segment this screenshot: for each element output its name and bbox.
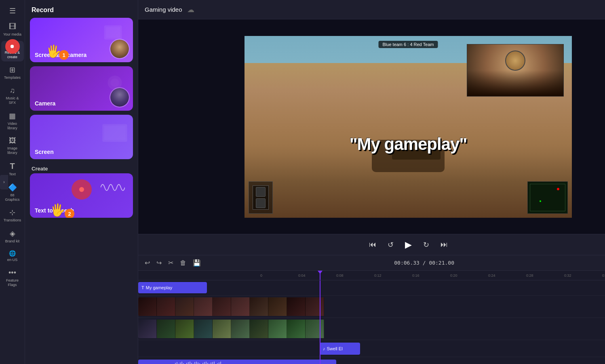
main-area: Gaming video ☁ ↑ Export ▾ Blue team 6 : … bbox=[138, 0, 605, 364]
timeline-content[interactable]: 0 0:04 0:08 0:12 0:16 0:20 0:24 0:28 0:3… bbox=[138, 271, 605, 364]
sidebar-item-image-library[interactable]: 🖼 Image library bbox=[1, 134, 24, 158]
preview-area: Blue team 6 : 4 Red Team "My gameplay" bbox=[138, 19, 605, 234]
sidebar-music-label: Music & SFX bbox=[3, 96, 22, 105]
video-thumb bbox=[231, 297, 250, 316]
sidebar-feature-label: Feature Flags bbox=[3, 278, 22, 287]
sidebar-templates-label: Templates bbox=[4, 76, 21, 80]
video-thumb bbox=[306, 320, 324, 338]
top-bar: Gaming video ☁ ↑ Export ▾ bbox=[138, 0, 605, 19]
sidebar-item-transitions[interactable]: ⊹ Transitions bbox=[1, 206, 24, 225]
scoreboard: Blue team 6 : 4 Red Team bbox=[379, 41, 438, 48]
timeline-ruler: 0 0:04 0:08 0:12 0:16 0:20 0:24 0:28 0:3… bbox=[138, 271, 605, 280]
video-strip-1[interactable] bbox=[138, 297, 336, 316]
time-separator: / bbox=[423, 260, 429, 266]
cut-button[interactable]: ✂ bbox=[167, 258, 175, 267]
ruler-mark-0: 0 bbox=[260, 274, 298, 278]
video-thumb bbox=[157, 320, 175, 338]
camera-thumb-1 bbox=[110, 39, 130, 59]
ruler-mark-20: 0:20 bbox=[450, 274, 488, 278]
undo-button[interactable]: ↩ bbox=[143, 258, 152, 267]
skip-forward-button[interactable]: ⏭ bbox=[439, 239, 449, 250]
text-clip-label: My gameplay bbox=[146, 285, 172, 290]
hyped-audio-clip[interactable]: ♪ All hyped up bbox=[138, 360, 336, 364]
video-thumb bbox=[194, 297, 213, 316]
video-thumb bbox=[287, 297, 306, 316]
ruler-mark-16: 0:16 bbox=[412, 274, 450, 278]
save-frame-button[interactable]: 💾 bbox=[191, 258, 202, 267]
cloud-save-icon: ☁ bbox=[187, 5, 194, 14]
ruler-mark-36: 0:36 bbox=[602, 274, 605, 278]
sidebar-item-your-media[interactable]: 🎞 Your media bbox=[1, 20, 24, 39]
video-thumb bbox=[287, 320, 306, 338]
video-thumb bbox=[231, 320, 250, 338]
camera-card[interactable]: Camera bbox=[30, 66, 133, 111]
cursor-hand-2: 🖐 bbox=[50, 203, 65, 217]
tts-icon bbox=[72, 179, 92, 200]
controls-bar: ⏮ ↺ ▶ ↻ ⏭ ⛶ bbox=[138, 234, 605, 255]
timeline-area: ↩ ↪ ✂ 🗑 💾 00:06.33 / 00:21.00 − + ⤢ 0 bbox=[138, 255, 605, 364]
video-frame: Blue team 6 : 4 Red Team "My gameplay" bbox=[245, 36, 572, 218]
video-thumb bbox=[213, 320, 231, 338]
text-track: T My gameplay bbox=[138, 280, 605, 296]
panel-collapse-arrow[interactable]: › bbox=[0, 175, 8, 189]
text-to-speech-card[interactable]: Text to speech 🖐 2 bbox=[30, 173, 133, 218]
sidebar-item-templates[interactable]: ⊞ Templates bbox=[1, 63, 24, 82]
video-thumb bbox=[213, 297, 231, 316]
tts-wave bbox=[101, 179, 125, 196]
step-bubble-1: 1 bbox=[59, 50, 69, 60]
playhead-ruler bbox=[320, 271, 320, 280]
sidebar-item-label: Your media bbox=[3, 32, 21, 37]
forward-button[interactable]: ↻ bbox=[422, 239, 431, 251]
media-icon: 🎞 bbox=[9, 23, 16, 31]
language-icon: 🌐 bbox=[9, 250, 16, 257]
ruler-marks: 0 0:04 0:08 0:12 0:16 0:20 0:24 0:28 0:3… bbox=[260, 274, 605, 278]
sidebar-item-music[interactable]: ♫ Music & SFX bbox=[1, 84, 24, 107]
record-header: Record bbox=[25, 0, 138, 18]
card-decoration-screen bbox=[101, 119, 129, 147]
ruler-mark-28: 0:28 bbox=[526, 274, 564, 278]
screen-and-camera-card[interactable]: Screen and camera 🖐 1 bbox=[30, 18, 133, 62]
sidebar-item-en-us[interactable]: 🌐 en-US bbox=[1, 248, 24, 265]
streamer-video bbox=[467, 44, 563, 96]
sidebar-brand-kit-label: Brand kit bbox=[5, 239, 20, 244]
audio-track-hyped: ♪ All hyped up bbox=[138, 357, 605, 364]
swell-label: Swell El bbox=[327, 346, 343, 351]
video-thumb bbox=[175, 297, 194, 316]
screen-card[interactable]: Screen bbox=[30, 115, 133, 159]
transitions-icon: ⊹ bbox=[9, 208, 15, 217]
brand-kit-icon: ◈ bbox=[10, 229, 15, 238]
ruler-mark-12: 0:12 bbox=[374, 274, 412, 278]
music-icon: ♫ bbox=[10, 86, 15, 95]
graphics-icon: 🔷 bbox=[8, 183, 17, 192]
sidebar-item-record[interactable]: ⏺ Record &create bbox=[1, 41, 24, 62]
video-track-2 bbox=[138, 318, 605, 340]
text-clip-icon: T bbox=[141, 285, 144, 290]
templates-icon: ⊞ bbox=[9, 65, 15, 74]
audio-waveform bbox=[173, 362, 333, 364]
timeline-toolbar: ↩ ↪ ✂ 🗑 💾 00:06.33 / 00:21.00 − + ⤢ bbox=[138, 255, 605, 271]
video-strip-2[interactable] bbox=[138, 320, 336, 338]
step-bubble-2: 2 bbox=[65, 209, 74, 218]
ruler-mark-4: 0:04 bbox=[298, 274, 336, 278]
skip-back-button[interactable]: ⏮ bbox=[367, 239, 378, 250]
video-thumb bbox=[268, 320, 287, 338]
total-time: 00:21.00 bbox=[429, 260, 454, 266]
hamburger-button[interactable]: ☰ bbox=[6, 3, 19, 19]
project-title: Gaming video bbox=[145, 6, 182, 13]
inventory-items bbox=[253, 185, 269, 210]
gameplay-text-overlay: "My gameplay" bbox=[350, 135, 467, 154]
video-thumb bbox=[138, 297, 157, 316]
sidebar-transitions-label: Transitions bbox=[4, 218, 21, 223]
redo-button[interactable]: ↪ bbox=[155, 258, 163, 267]
video-library-icon: ▦ bbox=[9, 112, 16, 120]
sidebar-item-video-library[interactable]: ▦ Video library bbox=[1, 109, 24, 133]
audio-track-swell: ♪ Swell El bbox=[138, 340, 605, 357]
sidebar-item-feature-flags[interactable]: ••• Feature Flags bbox=[1, 266, 24, 290]
delete-button[interactable]: 🗑 bbox=[178, 259, 188, 267]
swell-audio-clip[interactable]: ♪ Swell El bbox=[320, 343, 360, 355]
minimap bbox=[527, 181, 568, 214]
play-button[interactable]: ▶ bbox=[403, 238, 413, 252]
rewind-button[interactable]: ↺ bbox=[386, 239, 395, 251]
sidebar-item-brand-kit[interactable]: ◈ Brand kit bbox=[1, 227, 24, 246]
text-clip[interactable]: T My gameplay bbox=[138, 282, 207, 293]
